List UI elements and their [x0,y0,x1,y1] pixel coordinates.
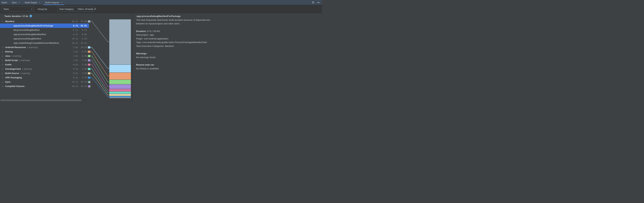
tasks-duration-text: Tasks duration: 17.4s [4,15,28,18]
chart-segment-dexing[interactable] [109,72,131,80]
chart-segment-misc[interactable] [109,97,131,98]
category-color-swatch [88,46,90,48]
build-window-label: Build: [0,1,10,4]
tab-build-output[interactable]: Build Output ✕ [22,0,43,5]
row-label: Uncategorized1 warning [5,67,62,71]
group-by-value: Task Category [59,8,74,10]
row-percent: 0.5% [73,37,87,41]
row-percent: <0.1% [73,80,87,84]
row-label: Compiled Classes [5,84,62,88]
reason-body: No history is available. [136,67,318,71]
warnings-body: No warnings found [136,56,318,59]
tab-build-output-label: Build Output [25,1,37,4]
tab-sync[interactable]: Sync ✕ [10,0,22,5]
minimize-icon[interactable] [317,2,320,3]
chevron-collapsed-icon[interactable]: › [2,67,4,71]
task-details-title: :app:processDebugManifestForPackage [136,14,318,18]
category-color-swatch [88,64,90,66]
warnings-header: Warnings [136,52,318,56]
task-subproject: Sub-project: :app [136,33,318,37]
chevron-collapsed-icon[interactable]: › [2,71,4,75]
task-details-description: This task frequently determines build du… [136,18,318,26]
row-percent: 6.0% [73,54,87,58]
category-color-swatch [88,59,90,61]
chevron-collapsed-icon[interactable]: › [2,58,4,62]
row-label: Sync [5,80,62,84]
chevron-collapsed-icon[interactable]: › [2,80,4,84]
group-by-label: Group by: [38,8,48,10]
help-icon[interactable]: ? [29,15,32,18]
row-percent: 3.4% [73,62,87,67]
category-color-swatch [88,81,90,83]
row-label: APK Packaging [5,75,62,80]
row-label: Manifest [5,19,62,24]
row-percent: 5.8% [73,58,87,62]
chevron-collapsed-icon[interactable]: › [2,75,4,80]
tab-build-output-close-icon[interactable]: ✕ [39,2,40,4]
chevron-collapsed-icon[interactable]: › [2,54,4,58]
chart-segment-apk-packaging[interactable] [109,96,131,97]
sort-updown-icon [94,8,96,10]
tasks-tree-panel: Tasks duration: 17.4s ? ›Manifest10.1s57… [0,13,132,102]
warning-count: 2 warnings [19,59,30,62]
chart-segment-android-resources[interactable] [109,65,131,72]
chart-segment-uncategorized[interactable] [109,91,131,94]
chevron-collapsed-icon[interactable]: › [2,84,4,88]
build-tool-window-tabbar: Build: Sync ✕ Build Output ✕ Build Analy… [0,0,322,5]
row-percent: 0.7% [73,28,87,32]
tasks-duration-stacked-bar [109,19,131,98]
row-percent: 9.2% [73,50,87,54]
tab-sync-label: Sync [12,1,17,4]
row-percent: 55.8% [73,24,87,28]
tab-build-analyzer-label: Build Analyzer [45,1,59,4]
row-percent: 2.9% [73,67,87,71]
row-percent: 1.7% [73,75,87,80]
row-percent: 2.9% [73,71,87,75]
chevron-collapsed-icon[interactable]: › [2,50,4,54]
category-color-swatch [88,51,90,53]
horizontal-scrollbar-track[interactable] [0,99,87,102]
duration-value: 9.7s / 55.8% [146,30,160,33]
row-label: Kotlin [5,62,62,67]
row-label: Build Script2 warnings [5,58,62,62]
row-label: Java1 warning [5,54,62,58]
filters-dropdown[interactable]: Filters: All tasks [78,8,96,10]
reason-header: Reason task ran [136,63,318,67]
warning-count: 1 warning [20,72,30,75]
tab-build-analyzer[interactable]: Build Analyzer ✕ [43,0,65,5]
chevron-expanded-icon[interactable]: › [0,20,5,23]
view-mode-value: Tasks [3,8,9,10]
chart-segment-kotlin[interactable] [109,89,131,91]
row-label: Dexing [5,50,62,54]
task-type: Type: com.android.build.gradle.tasks.Pro… [136,41,318,44]
chevron-collapsed-icon[interactable]: › [2,45,4,50]
category-color-swatch [88,68,90,70]
row-percent: 57.8% [73,19,87,24]
task-categories: Task Execution Categories: Manifest [136,44,318,48]
row-percent: <0.1% [73,41,87,45]
build-analyzer-window: Build: Sync ✕ Build Output ✕ Build Analy… [0,0,322,102]
category-color-swatch [88,21,90,23]
category-color-swatch [88,77,90,79]
chart-segment-java[interactable] [109,80,131,84]
horizontal-scrollbar-thumb[interactable] [0,99,82,101]
settings-gear-icon[interactable]: ⚙ [312,1,314,4]
chart-segment-build-script[interactable] [109,84,131,89]
chevron-collapsed-icon[interactable]: › [2,62,4,67]
row-percent: 0.6% [73,32,87,37]
chart-segment-build-source[interactable] [109,94,131,96]
task-details-panel: :app:processDebugManifestForPackage This… [132,13,322,102]
build-analyzer-main: Tasks duration: 17.4s ? ›Manifest10.1s57… [0,13,322,102]
row-percent: <0.1% [73,84,87,88]
row-percent: 10.2% [73,45,87,50]
filters-value: Filters: All tasks [78,8,93,10]
task-details-duration-line: Duration: 9.7s / 55.8% [136,29,318,33]
tab-build-analyzer-close-icon[interactable]: ✕ [61,2,62,4]
task-plugin: Plugin: com.android.application [136,37,318,41]
build-analyzer-toolbar: Tasks ▾ Group by: Task Category ▾ Filter… [0,5,322,13]
chart-segment-manifest[interactable] [109,19,131,65]
category-color-swatch [88,72,90,74]
tasks-duration-header: Tasks duration: 17.4s ? [4,14,32,18]
tab-sync-close-icon[interactable]: ✕ [18,2,20,4]
view-mode-dropdown[interactable]: Tasks ▾ [2,7,34,12]
